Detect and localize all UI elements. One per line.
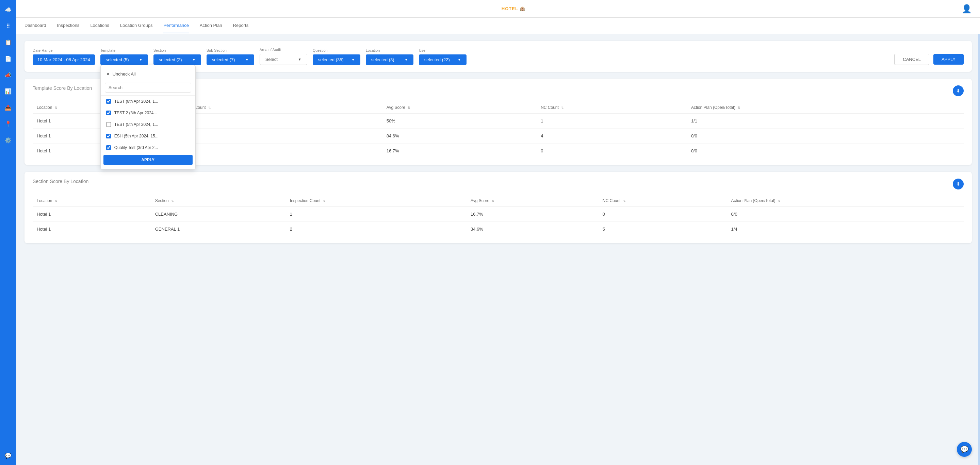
location-chevron-icon: ▼ <box>404 58 408 62</box>
question-chevron-icon: ▼ <box>352 58 355 62</box>
sub-section-dropdown-button[interactable]: selected (7) ▼ <box>207 54 254 65</box>
sidebar: ☁️ ⠿ 📋 📄 📣 📊 📥 📍 ⚙️ 💬 <box>0 0 16 465</box>
col-avg-score[interactable]: Avg Score ⇅ <box>382 102 537 114</box>
nav-action-plan[interactable]: Action Plan <box>200 18 222 33</box>
template-item-2[interactable]: TEST 2 (8th Apr 2024... <box>101 107 195 119</box>
template-checkbox-1[interactable] <box>106 99 111 104</box>
sec-col-inspection-count[interactable]: Inspection Count ⇅ <box>286 195 466 207</box>
section-score-download-button[interactable]: ⬇ <box>953 179 964 189</box>
clipboard-icon[interactable]: 📋 <box>3 37 14 48</box>
template-item-label-4: ESH (5th Apr 2024, 15... <box>115 134 159 138</box>
nav-locations[interactable]: Locations <box>90 18 109 33</box>
section-dropdown-button[interactable]: selected (2) ▼ <box>153 54 201 65</box>
question-group: Question selected (35) ▼ <box>313 48 360 65</box>
sec-row1-inspection-count: 1 <box>286 207 466 222</box>
chart-icon[interactable]: 📊 <box>3 86 14 97</box>
sec-row2-nc-count: 5 <box>598 222 727 237</box>
sec-col-avg-score[interactable]: Avg Score ⇅ <box>466 195 598 207</box>
user-value: selected (22) <box>424 57 450 62</box>
user-avatar[interactable]: 👤 <box>962 4 972 14</box>
row1-action-plan: 1/1 <box>687 114 964 129</box>
row2-avg-score: 84.6% <box>382 129 537 144</box>
sec-action-sort-icon[interactable]: ⇅ <box>778 199 781 203</box>
location-icon[interactable]: 📍 <box>3 118 14 129</box>
nav-location-groups[interactable]: Location Groups <box>120 18 153 33</box>
app-logo-icon[interactable]: ☁️ <box>3 4 14 15</box>
template-item-1[interactable]: TEST (8th Apr 2024, 1... <box>101 95 195 107</box>
sec-row1-location: Hotel 1 <box>33 207 151 222</box>
area-group: Area of Audit Select ▼ <box>259 48 307 65</box>
app-logo: HOTEL 🏨 <box>501 6 525 11</box>
settings-icon[interactable]: ⚙️ <box>3 135 14 146</box>
sec-nc-sort-icon[interactable]: ⇅ <box>623 199 626 203</box>
cancel-button[interactable]: CANCEL <box>894 54 929 65</box>
user-group: User selected (22) ▼ <box>419 48 466 65</box>
sec-col-section[interactable]: Section ⇅ <box>151 195 286 207</box>
template-chevron-icon: ▼ <box>139 58 143 62</box>
sec-row2-action-plan: 1/4 <box>727 222 964 237</box>
chat-bubble-button[interactable]: 💬 <box>957 442 972 457</box>
sec-avg-sort-icon[interactable]: ⇅ <box>492 199 495 203</box>
filter-panel: Date Range 10 Mar 2024 - 08 Apr 2024 Tem… <box>24 41 972 72</box>
col-nc-count[interactable]: NC Count ⇅ <box>537 102 687 114</box>
area-dropdown-button[interactable]: Select ▼ <box>259 54 307 65</box>
date-range-button[interactable]: 10 Mar 2024 - 08 Apr 2024 <box>33 54 95 65</box>
template-score-download-button[interactable]: ⬇ <box>953 86 964 96</box>
template-checkbox-4[interactable] <box>106 134 111 138</box>
nav-performance[interactable]: Performance <box>163 18 189 33</box>
row3-nc-count: 0 <box>537 144 687 159</box>
megaphone-icon[interactable]: 📣 <box>3 70 14 80</box>
location-sort-icon[interactable]: ⇅ <box>55 106 57 110</box>
template-search-input[interactable] <box>105 83 191 92</box>
location-dropdown-button[interactable]: selected (3) ▼ <box>366 54 414 65</box>
dropdown-apply-label[interactable]: APPLY <box>141 157 154 162</box>
nav-inspections[interactable]: Inspections <box>57 18 80 33</box>
template-group: Template selected (5) ▼ ✕ Uncheck All <box>100 48 148 65</box>
uncheck-all-button[interactable]: ✕ Uncheck All <box>101 68 195 80</box>
uncheck-all-label: Uncheck All <box>113 71 136 76</box>
nc-count-sort-icon[interactable]: ⇅ <box>561 106 564 110</box>
template-item-5[interactable]: Quality Test (3rd Apr 2... <box>101 142 195 153</box>
inbox-icon[interactable]: 📥 <box>3 102 14 113</box>
row1-avg-score: 50% <box>382 114 537 129</box>
inspection-count-sort-icon[interactable]: ⇅ <box>208 106 211 110</box>
template-checkbox-3[interactable] <box>106 122 111 127</box>
sec-col-action-plan[interactable]: Action Plan (Open/Total) ⇅ <box>727 195 964 207</box>
main-nav: Dashboard Inspections Locations Location… <box>16 18 980 34</box>
filter-actions: CANCEL APPLY <box>894 54 964 65</box>
col-action-plan[interactable]: Action Plan (Open/Total) ⇅ <box>687 102 964 114</box>
section-score-table: Location ⇅ Section ⇅ Inspection Count ⇅ <box>33 195 964 236</box>
template-checkbox-5[interactable] <box>106 145 111 150</box>
sec-row2-inspection-count: 2 <box>286 222 466 237</box>
row2-action-plan: 0/0 <box>687 129 964 144</box>
sec-inspection-sort-icon[interactable]: ⇅ <box>323 199 326 203</box>
sec-col-location[interactable]: Location ⇅ <box>33 195 151 207</box>
user-dropdown-button[interactable]: selected (22) ▼ <box>419 54 466 65</box>
template-item-3[interactable]: TEST (5th Apr 2024, 1... <box>101 119 195 130</box>
chat-sidebar-icon[interactable]: 💬 <box>3 450 14 461</box>
apply-button[interactable]: APPLY <box>933 54 964 65</box>
sec-row2-avg-score: 34.6% <box>466 222 598 237</box>
template-checkbox-2[interactable] <box>106 111 111 115</box>
sec-col-nc-count[interactable]: NC Count ⇅ <box>598 195 727 207</box>
nav-reports[interactable]: Reports <box>233 18 249 33</box>
location-label: Location <box>366 48 414 52</box>
template-dropdown-button[interactable]: selected (5) ▼ <box>100 54 148 65</box>
nav-dashboard[interactable]: Dashboard <box>24 18 46 33</box>
col-inspection-count[interactable]: Inspection Count ⇅ <box>171 102 382 114</box>
main-content: Date Range 10 Mar 2024 - 08 Apr 2024 Tem… <box>16 34 980 465</box>
sec-location-sort-icon[interactable]: ⇅ <box>55 199 57 203</box>
template-item-4[interactable]: ESH (5th Apr 2024, 15... <box>101 130 195 142</box>
document-icon[interactable]: 📄 <box>3 53 14 64</box>
template-item-label-3: TEST (5th Apr 2024, 1... <box>115 122 158 127</box>
sec-row1-avg-score: 16.7% <box>466 207 598 222</box>
avg-score-sort-icon[interactable]: ⇅ <box>408 106 410 110</box>
dropdown-apply-bar[interactable]: APPLY <box>103 155 192 165</box>
sub-section-label: Sub Section <box>207 48 254 52</box>
sec-section-sort-icon[interactable]: ⇅ <box>171 199 174 203</box>
question-dropdown-button[interactable]: selected (35) ▼ <box>313 54 360 65</box>
grid-icon[interactable]: ⠿ <box>3 21 14 31</box>
template-label: Template <box>100 48 148 52</box>
action-plan-sort-icon[interactable]: ⇅ <box>738 106 740 110</box>
location-group: Location selected (3) ▼ <box>366 48 414 65</box>
